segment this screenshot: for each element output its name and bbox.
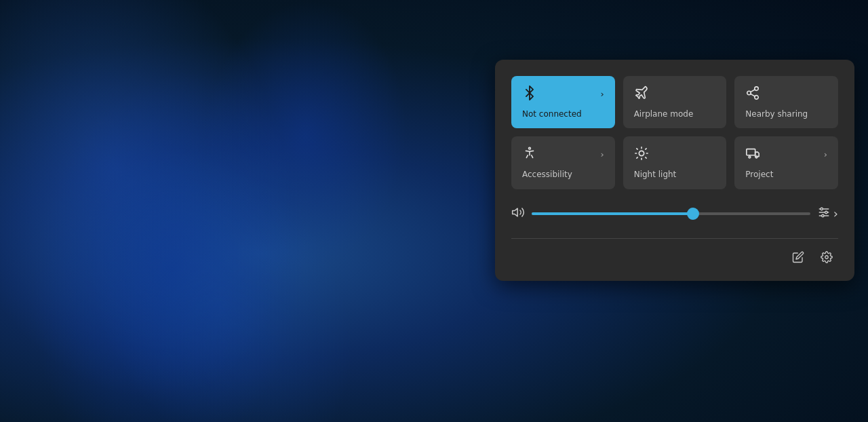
project-label: Project bbox=[745, 170, 773, 179]
volume-track bbox=[532, 212, 810, 215]
bottom-row bbox=[511, 247, 838, 267]
tiles-grid: › Not connected Airplane mode bbox=[511, 76, 838, 189]
svg-point-23 bbox=[825, 211, 827, 213]
volume-mixer-icon bbox=[817, 206, 831, 222]
bluetooth-chevron: › bbox=[600, 89, 604, 99]
nearby-sharing-tile[interactable]: Nearby sharing bbox=[734, 76, 838, 128]
night-light-label: Night light bbox=[634, 170, 677, 179]
volume-row: › bbox=[511, 200, 838, 227]
volume-slider[interactable] bbox=[532, 207, 810, 220]
accessibility-label: Accessibility bbox=[522, 170, 572, 179]
nearby-sharing-label: Nearby sharing bbox=[745, 109, 808, 119]
airplane-mode-tile[interactable]: Airplane mode bbox=[623, 76, 727, 128]
edit-quick-settings-button[interactable] bbox=[787, 247, 810, 267]
accessibility-icon bbox=[522, 146, 537, 163]
svg-rect-15 bbox=[747, 149, 755, 155]
airplane-icon bbox=[634, 85, 649, 102]
volume-icon bbox=[511, 206, 525, 222]
svg-point-24 bbox=[821, 214, 823, 216]
svg-line-4 bbox=[751, 90, 755, 92]
project-tile[interactable]: › Project bbox=[734, 136, 838, 189]
svg-marker-18 bbox=[513, 208, 518, 216]
svg-line-13 bbox=[637, 157, 637, 158]
accessibility-tile[interactable]: › Accessibility bbox=[511, 136, 615, 189]
volume-fill bbox=[532, 212, 693, 215]
volume-thumb[interactable] bbox=[687, 208, 699, 220]
volume-chevron: › bbox=[833, 206, 838, 220]
night-light-icon bbox=[634, 146, 649, 163]
quick-settings-panel: › Not connected Airplane mode bbox=[495, 60, 854, 281]
project-icon bbox=[745, 146, 760, 163]
project-chevron: › bbox=[824, 149, 827, 159]
svg-point-25 bbox=[825, 256, 829, 259]
volume-end-control[interactable]: › bbox=[817, 206, 838, 222]
divider bbox=[511, 238, 838, 239]
svg-point-16 bbox=[749, 157, 751, 159]
settings-button[interactable] bbox=[815, 247, 838, 267]
svg-line-9 bbox=[637, 149, 637, 149]
bluetooth-label: Not connected bbox=[522, 109, 582, 119]
svg-point-5 bbox=[529, 148, 531, 150]
share-icon bbox=[745, 85, 760, 102]
svg-line-3 bbox=[751, 94, 755, 96]
svg-line-14 bbox=[645, 149, 646, 149]
airplane-label: Airplane mode bbox=[634, 109, 694, 119]
svg-point-22 bbox=[821, 208, 823, 210]
bluetooth-tile[interactable]: › Not connected bbox=[511, 76, 615, 128]
bluetooth-icon bbox=[522, 85, 537, 102]
svg-point-6 bbox=[639, 151, 644, 156]
svg-line-10 bbox=[645, 157, 646, 158]
accessibility-chevron: › bbox=[600, 149, 604, 159]
svg-point-17 bbox=[755, 157, 757, 159]
night-light-tile[interactable]: Night light bbox=[623, 136, 727, 189]
